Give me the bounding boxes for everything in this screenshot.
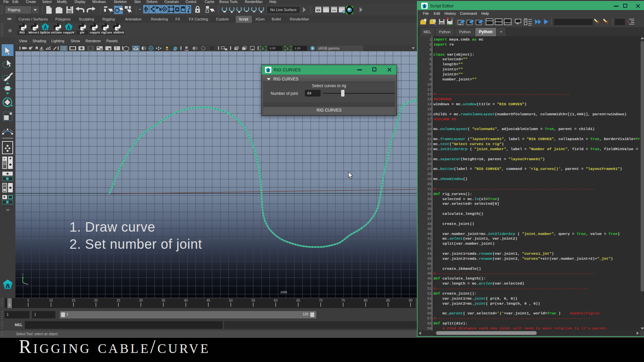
svg-text:30: 30 xyxy=(139,299,143,302)
svg-text:10: 10 xyxy=(49,299,53,302)
svg-text:15: 15 xyxy=(71,299,75,302)
svg-text:IPR: IPR xyxy=(332,9,336,12)
svg-text:side: side xyxy=(280,290,287,294)
svg-text:60: 60 xyxy=(274,299,278,302)
svg-text:+: + xyxy=(3,157,5,161)
svg-text:65: 65 xyxy=(296,299,300,302)
svg-text:y: y xyxy=(22,273,23,276)
svg-text:20: 20 xyxy=(94,299,98,302)
svg-text:80: 80 xyxy=(364,299,368,302)
svg-text:1. Draw curve: 1. Draw curve xyxy=(69,220,155,234)
svg-text:50: 50 xyxy=(229,299,233,302)
svg-text:90: 90 xyxy=(409,299,413,302)
svg-text:45: 45 xyxy=(206,299,210,302)
svg-text:5: 5 xyxy=(27,299,29,302)
svg-text:85: 85 xyxy=(386,299,390,302)
svg-text:2. Set number of joint: 2. Set number of joint xyxy=(69,237,202,251)
svg-text:25: 25 xyxy=(116,299,120,302)
svg-text:0: 0 xyxy=(262,47,264,50)
svg-text:35: 35 xyxy=(161,299,165,302)
svg-text:1.00: 1.00 xyxy=(294,47,301,50)
svg-text:0.00: 0.00 xyxy=(270,47,276,50)
svg-text:40: 40 xyxy=(184,299,188,302)
svg-text:75: 75 xyxy=(341,299,345,302)
svg-text:55: 55 xyxy=(251,299,255,302)
svg-text:1: 1 xyxy=(287,47,288,50)
svg-text:70: 70 xyxy=(319,299,323,302)
svg-text:sRGB gamma: sRGB gamma xyxy=(318,47,339,50)
svg-text:T: T xyxy=(115,47,117,50)
